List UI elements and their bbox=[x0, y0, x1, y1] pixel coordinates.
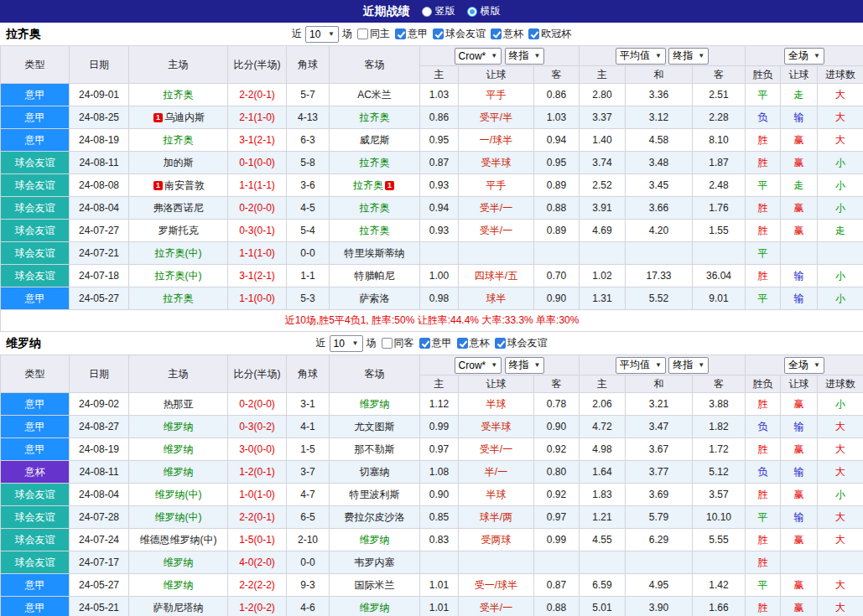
match-row: 球会友谊24-07-17维罗纳4-0(2-0)0-0韦罗内塞胜 bbox=[1, 551, 863, 574]
average-select[interactable]: 平均值 ▼ bbox=[616, 357, 666, 374]
match-row: 球会友谊24-08-04维罗纳(中)1-0(1-0)4-7特里波利斯0.90半球… bbox=[1, 484, 863, 506]
league-checkbox-friendly[interactable]: 球会友谊 bbox=[433, 27, 486, 41]
away-odds: 0.70 bbox=[534, 265, 580, 287]
col-header-type: 类型 bbox=[1, 46, 70, 84]
odds-time-select[interactable]: 终指 ▼ bbox=[505, 48, 545, 65]
avg-home-odds: 4.69 bbox=[580, 220, 626, 242]
match-result: 胜 bbox=[746, 152, 781, 174]
goals-total: 大 bbox=[818, 506, 863, 529]
odds-time-select[interactable]: 终指 ▼ bbox=[505, 357, 545, 374]
handicap-line: 受一/球半 bbox=[459, 574, 534, 597]
avg-away-odds: 1.72 bbox=[693, 438, 746, 461]
home-odds: 1.00 bbox=[420, 265, 459, 287]
away-team-name: 切塞纳 bbox=[360, 466, 390, 478]
handicap-result: 赢 bbox=[781, 129, 818, 152]
col-header-home: 主场 bbox=[129, 355, 228, 393]
league-checkbox-serie-a[interactable]: 意甲 bbox=[395, 27, 428, 41]
checkbox-icon bbox=[395, 28, 406, 39]
away-odds: 0.87 bbox=[534, 574, 580, 597]
avg-draw-odds: 3.48 bbox=[626, 152, 693, 174]
page-title: 近期战绩 bbox=[363, 4, 410, 19]
handicap-line: 受半/一 bbox=[459, 220, 534, 242]
score-halftime: 1-1(1-0) bbox=[228, 242, 287, 265]
handicap-result: 赢 bbox=[781, 152, 818, 174]
away-team-name: 特里波利斯 bbox=[350, 489, 400, 500]
league-checkbox-ucl[interactable]: 欧冠杯 bbox=[528, 27, 571, 41]
stats-summary: 近10场,胜5平4负1, 胜率:50% 让胜率:44.4% 大率:33.3% 单… bbox=[1, 310, 863, 332]
home-team-name: 弗洛西诺尼 bbox=[153, 202, 204, 214]
bookmaker-select[interactable]: Crow* ▼ bbox=[455, 48, 502, 65]
chevron-down-icon: ▼ bbox=[655, 361, 662, 369]
handicap-result: 输 bbox=[781, 287, 818, 310]
score-halftime: 2-2(2-2) bbox=[228, 574, 287, 597]
same-away-checkbox[interactable]: 同客 bbox=[382, 336, 414, 350]
home-odds: 1.03 bbox=[420, 84, 459, 106]
home-team-name: 萨勒尼塔纳 bbox=[153, 602, 204, 613]
away-team-name: 韦罗内塞 bbox=[355, 556, 395, 568]
away-team: 特里埃斯蒂纳 bbox=[330, 242, 420, 265]
same-home-checkbox[interactable]: 同主 bbox=[357, 27, 390, 41]
league-checkbox-italy-cup[interactable]: 意杯 bbox=[457, 336, 490, 350]
corner-count: 3-7 bbox=[287, 461, 330, 484]
match-result: 胜 bbox=[746, 197, 781, 220]
handicap-line: 受半/一 bbox=[459, 438, 534, 461]
match-date: 24-05-21 bbox=[70, 597, 129, 616]
home-odds: 0.86 bbox=[420, 106, 459, 129]
handicap-result: 输 bbox=[781, 106, 818, 129]
league-checkbox-friendly[interactable]: 球会友谊 bbox=[495, 336, 548, 350]
avg-home-odds: 6.59 bbox=[580, 574, 626, 597]
col-header-avg-draw: 和 bbox=[626, 375, 693, 393]
match-row: 意甲24-08-27维罗纳0-3(0-2)4-1尤文图斯0.99受半球0.904… bbox=[1, 416, 863, 438]
handicap-result: 赢 bbox=[781, 484, 818, 506]
bookmaker-select[interactable]: Crow* ▼ bbox=[455, 357, 502, 374]
home-team-name: 加的斯 bbox=[164, 157, 194, 168]
radio-vertical-layout[interactable]: 竖版 bbox=[422, 4, 455, 18]
away-team-name: 拉齐奥 bbox=[353, 179, 383, 191]
avg-draw-odds: 3.77 bbox=[626, 461, 693, 484]
match-result: 胜 bbox=[746, 529, 781, 551]
match-date: 24-08-19 bbox=[70, 129, 129, 152]
recent-count-select[interactable]: 10 ▼ bbox=[305, 26, 339, 43]
chevron-down-icon: ▼ bbox=[491, 52, 497, 60]
chevron-down-icon: ▼ bbox=[534, 361, 541, 369]
handicap-result: 赢 bbox=[781, 529, 818, 551]
league-checkbox-serie-a[interactable]: 意甲 bbox=[419, 336, 452, 350]
odds-group-header: Crow* ▼ 终指 ▼ bbox=[420, 355, 580, 375]
league-type: 意杯 bbox=[1, 461, 70, 484]
corner-count: 1-1 bbox=[287, 265, 330, 287]
full-group-header: 全场 ▼ bbox=[746, 355, 863, 375]
section-header: 拉齐奥 近 10 ▼ 场 同主 意甲 球会友谊 意杯 bbox=[0, 23, 863, 45]
away-team-name: 特里埃斯蒂纳 bbox=[345, 247, 405, 259]
avg-time-select[interactable]: 终指 ▼ bbox=[668, 357, 709, 374]
checkbox-icon bbox=[491, 28, 502, 39]
corner-count: 0-0 bbox=[287, 242, 330, 265]
chevron-down-icon: ▼ bbox=[491, 361, 497, 369]
avg-away-odds: 1.76 bbox=[693, 197, 746, 220]
matches-table: 类型 日期 主场 比分(半场) 角球 客场 Crow* ▼ 终指 ▼ bbox=[0, 355, 863, 616]
rank-1-badge: 1 bbox=[153, 113, 163, 122]
away-team-name: 特腊帕尼 bbox=[355, 270, 395, 282]
odds-group-header: Crow* ▼ 终指 ▼ bbox=[420, 46, 580, 66]
league-checkbox-italy-cup[interactable]: 意杯 bbox=[491, 27, 523, 41]
avg-home-odds: 1.21 bbox=[580, 506, 626, 529]
league-type: 意甲 bbox=[1, 597, 70, 616]
avg-time-select[interactable]: 终指 ▼ bbox=[668, 48, 709, 65]
corner-count: 4-13 bbox=[287, 106, 330, 129]
recent-count-select[interactable]: 10 ▼ bbox=[330, 335, 363, 352]
average-select[interactable]: 平均值 ▼ bbox=[616, 48, 666, 65]
radio-horizontal-layout[interactable]: 横版 bbox=[467, 4, 501, 18]
match-result: 平 bbox=[746, 242, 781, 265]
col-header-handicap: 让球 bbox=[459, 66, 534, 84]
handicap-line: 平手 bbox=[459, 84, 534, 106]
home-odds: 0.93 bbox=[420, 220, 459, 242]
full-match-select[interactable]: 全场 ▼ bbox=[784, 48, 824, 65]
avg-away-odds: 2.48 bbox=[693, 174, 746, 197]
goals-total: 小 bbox=[818, 265, 863, 287]
avg-away-odds: 5.55 bbox=[693, 529, 746, 551]
away-team: 国际米兰 bbox=[330, 574, 420, 597]
rank-1-badge: 1 bbox=[385, 181, 394, 190]
home-odds: 0.93 bbox=[420, 174, 459, 197]
handicap-line: 受半/一 bbox=[459, 197, 534, 220]
league-type: 意甲 bbox=[1, 84, 70, 106]
full-match-select[interactable]: 全场 ▼ bbox=[784, 357, 824, 374]
